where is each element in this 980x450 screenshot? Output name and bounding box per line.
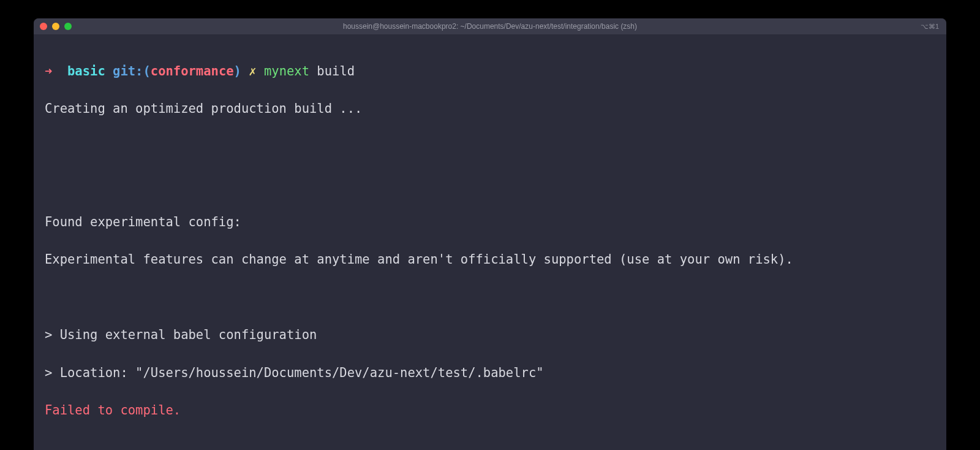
window-pane-indicator: ⌥⌘1 [921,23,939,31]
prompt-arrow-icon: ➜ [45,64,52,78]
error-line: Failed to compile. [45,401,935,420]
titlebar: houssein@houssein-macbookpro2: ~/Documen… [34,18,946,34]
output-line: Experimental features can change at anyt… [45,250,935,269]
maximize-button[interactable] [64,23,72,30]
output-line: Creating an optimized production build .… [45,99,935,118]
output-line: > Using external babel configuration [45,326,935,345]
terminal-window: houssein@houssein-macbookpro2: ~/Documen… [34,18,946,450]
prompt-branch: conformance [151,64,234,78]
command-args: build [309,64,355,78]
window-title: houssein@houssein-macbookpro2: ~/Documen… [343,22,637,31]
prompt-git-close: ) [234,64,241,78]
blank-line [45,288,935,307]
traffic-lights [40,23,72,30]
command-name: mynext [264,64,309,78]
minimize-button[interactable] [52,23,59,30]
blank-line [45,439,935,450]
prompt-git-label: git:( [113,64,151,78]
prompt-directory: basic [67,64,105,78]
blank-line [45,175,935,194]
prompt-line-1: ➜ basic git:(conformance) ✗ mynext build [45,62,935,81]
blank-line [45,137,935,156]
output-line: Found experimental config: [45,213,935,232]
prompt-dirty-icon: ✗ [249,64,256,78]
terminal-body[interactable]: ➜ basic git:(conformance) ✗ mynext build… [34,34,946,450]
close-button[interactable] [40,23,47,30]
output-line: > Location: "/Users/houssein/Documents/D… [45,364,935,383]
